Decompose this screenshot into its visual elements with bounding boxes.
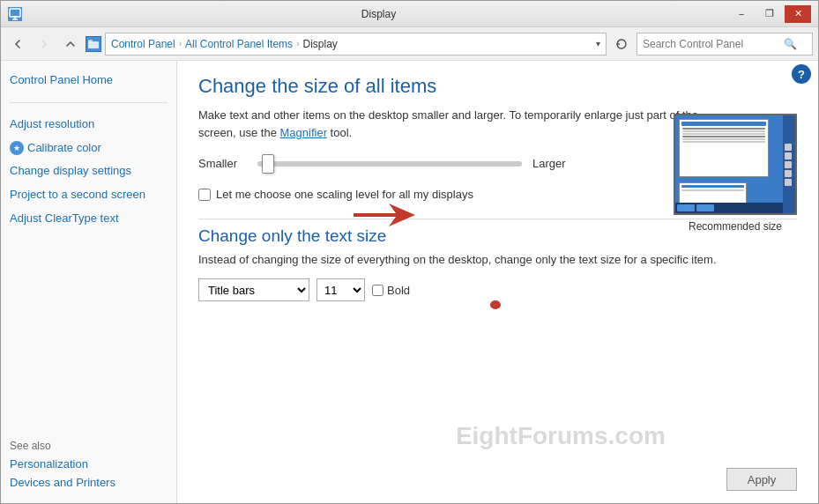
arrow-svg <box>354 202 415 228</box>
apply-button[interactable]: Apply <box>726 468 797 491</box>
monitor-icon <box>9 8 21 20</box>
navigation-bar: Control Panel › All Control Panel Items … <box>1 27 818 61</box>
page-description: Make text and other items on the desktop… <box>198 107 727 141</box>
slider-track[interactable] <box>257 161 522 167</box>
folder-icon <box>88 39 99 49</box>
breadcrumb-dropdown-arrow[interactable]: ▾ <box>596 39 600 48</box>
preview-side-icons <box>783 115 795 213</box>
breadcrumb-sep-1: › <box>179 39 182 48</box>
magnifier-link[interactable]: Magnifier <box>280 126 327 139</box>
sidebar-item-display-settings[interactable]: Change display settings <box>10 162 168 181</box>
preview-lines <box>681 127 766 144</box>
help-button[interactable]: ? <box>792 64 811 84</box>
sidebar-item-home[interactable]: Control Panel Home <box>10 71 168 90</box>
bold-checkbox[interactable] <box>372 285 383 296</box>
sidebar: Control Panel Home Adjust resolution ★ C… <box>1 61 177 503</box>
sidebar-item-cleartype[interactable]: Adjust ClearType text <box>10 210 168 228</box>
watermark: EightForums.com <box>456 422 666 450</box>
preview-title-bar <box>681 122 766 126</box>
back-button[interactable] <box>6 33 29 56</box>
preview-taskbar <box>675 203 795 213</box>
search-bar: 🔍 <box>637 33 813 56</box>
sidebar-spacer <box>10 233 168 425</box>
sidebar-divider <box>10 102 168 103</box>
sidebar-item-project[interactable]: Project to a second screen <box>10 186 168 204</box>
preview-taskbar-item-1 <box>677 204 695 211</box>
calibrate-icon: ★ <box>10 141 24 155</box>
sidebar-item-devices-printers[interactable]: Devices and Printers <box>10 474 168 493</box>
svg-rect-4 <box>88 41 99 48</box>
svg-rect-0 <box>10 9 20 17</box>
window: Display − ❐ ✕ Control Panel › All Contro… <box>0 0 819 504</box>
page-title: Change the size of all items <box>198 75 797 98</box>
breadcrumb-sep-2: › <box>296 39 299 48</box>
breadcrumb: Control Panel › All Control Panel Items … <box>105 33 607 56</box>
preview-screen <box>675 115 795 213</box>
refresh-icon <box>615 38 628 50</box>
preview-side-icon-4 <box>785 170 792 177</box>
window-title: Display <box>29 8 728 20</box>
see-also-section: See also Personalization Devices and Pri… <box>10 440 168 493</box>
search-input[interactable] <box>643 38 784 50</box>
slider-handle[interactable] <box>262 154 274 174</box>
red-dot-indicator <box>490 300 501 309</box>
bold-label-text: Bold <box>387 284 410 297</box>
breadcrumb-control-panel[interactable]: Control Panel <box>111 38 175 50</box>
preview-line-4 <box>682 136 765 137</box>
sidebar-item-resolution[interactable]: Adjust resolution <box>10 115 168 134</box>
sidebar-item-personalization[interactable]: Personalization <box>10 456 168 474</box>
up-button[interactable] <box>59 33 82 56</box>
scaling-checkbox-label: Let me choose one scaling level for all … <box>216 188 473 201</box>
text-size-desc: Instead of changing the size of everythi… <box>198 253 797 266</box>
svg-marker-6 <box>354 204 415 226</box>
preview-line-6 <box>682 141 765 143</box>
item-type-dropdown[interactable]: Title bars Menus Message boxes Palette t… <box>198 278 309 301</box>
back-icon <box>12 39 23 49</box>
content-area: ? Change the size of all items Make text… <box>177 61 818 503</box>
preview-line-5 <box>682 138 765 140</box>
description-end: tool. <box>331 126 353 139</box>
smaller-label: Smaller <box>198 157 247 170</box>
close-button[interactable]: ✕ <box>785 5 811 23</box>
preview-image <box>674 114 797 215</box>
text-size-row: Title bars Menus Message boxes Palette t… <box>198 278 797 301</box>
preview-side-icon-2 <box>785 152 792 159</box>
title-bar: Display − ❐ ✕ <box>1 1 818 27</box>
preview-line-sm <box>681 189 744 191</box>
preview-line-2 <box>682 130 765 132</box>
main-layout: Control Panel Home Adjust resolution ★ C… <box>1 61 818 503</box>
forward-icon <box>39 39 49 49</box>
preview-title-2 <box>681 185 744 188</box>
preview-label: Recommended size <box>689 220 782 233</box>
breadcrumb-all-items[interactable]: All Control Panel Items <box>185 38 293 50</box>
apply-section: Apply <box>726 468 797 491</box>
refresh-button[interactable] <box>610 33 633 56</box>
scaling-checkbox[interactable] <box>198 189 211 201</box>
sidebar-item-calibrate[interactable]: Calibrate color <box>27 139 101 158</box>
search-icon[interactable]: 🔍 <box>784 38 797 50</box>
window-icon <box>8 7 22 21</box>
larger-label: Larger <box>532 157 568 170</box>
font-size-dropdown[interactable]: 11 12 14 <box>316 278 365 301</box>
preview-taskbar-item-2 <box>696 204 714 211</box>
forward-button[interactable] <box>33 33 56 56</box>
red-arrow-indicator <box>354 202 415 231</box>
restore-button[interactable]: ❐ <box>756 5 783 23</box>
bold-checkbox-row: Bold <box>372 284 410 297</box>
preview-side-icon-1 <box>785 144 792 151</box>
up-icon <box>65 39 76 49</box>
minimize-button[interactable]: − <box>728 5 755 23</box>
preview-line-3 <box>682 133 765 135</box>
see-also-title: See also <box>10 440 168 452</box>
preview-line-1 <box>682 128 765 130</box>
preview-side-icon-3 <box>785 161 792 168</box>
sidebar-calibrate-row: ★ Calibrate color <box>10 139 168 158</box>
svg-rect-5 <box>88 40 93 42</box>
preview-window <box>679 119 769 177</box>
breadcrumb-current: Display <box>302 38 337 50</box>
description-text: Make text and other items on the desktop… <box>198 108 698 139</box>
location-icon <box>86 36 101 52</box>
window-controls: − ❐ ✕ <box>728 5 811 23</box>
preview-side-icon-5 <box>785 179 792 186</box>
preview-container: Recommended size <box>674 114 797 233</box>
